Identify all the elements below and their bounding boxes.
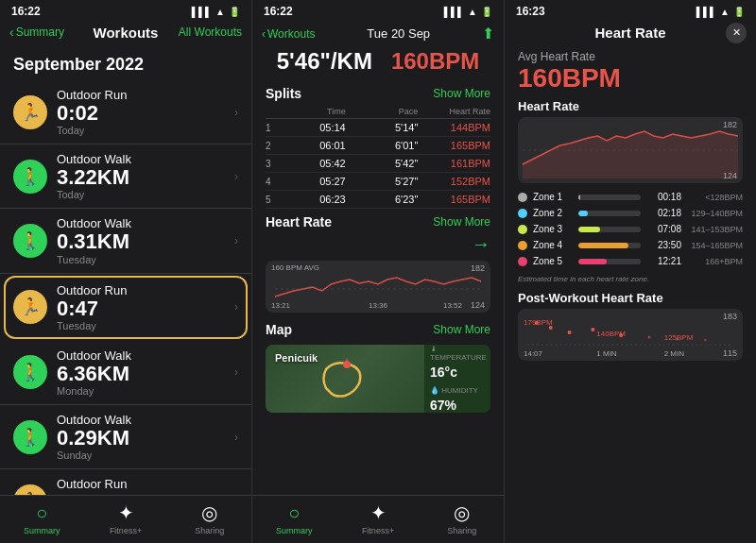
chart-bot-label: 124	[723, 171, 737, 180]
split-row: 2 06:01 6'01" 165BPM	[266, 137, 490, 155]
chart-bot-label: 124	[471, 300, 485, 310]
hr-title: Heart Rate	[266, 214, 332, 229]
split-row: 1 05:14 5'14" 144BPM	[266, 119, 490, 137]
col-pace: Pace	[353, 107, 426, 116]
post-chart-svg	[518, 309, 743, 361]
workout-meta: Today	[57, 189, 234, 200]
workout-value: 3.22KM	[57, 166, 234, 189]
tab-summary[interactable]: ○ Summary	[252, 502, 336, 535]
split-hr: 144BPM	[425, 122, 490, 133]
section-header: September 2022	[0, 45, 251, 80]
svg-point-6	[568, 331, 572, 334]
zone-bar	[578, 227, 600, 232]
back-label: Summary	[16, 25, 64, 39]
workout-value: 6.36KM	[57, 363, 234, 385]
detail-nav: ‹ Workouts Tue 20 Sep ⬆	[252, 21, 504, 46]
split-row: 5 06:23 6'23" 165BPM	[266, 191, 490, 209]
workout-item[interactable]: 🏃 Outdoor Run 0:45 Sunday ›	[0, 469, 251, 495]
split-pace: 5'27"	[353, 176, 426, 187]
share-icon[interactable]: ⬆	[482, 25, 494, 42]
zone-dot	[518, 241, 527, 250]
zone-bar-container	[578, 195, 641, 200]
back-to-summary[interactable]: ‹ Summary	[9, 25, 64, 40]
hr-chart: 182 124 160 BPM AVG 13:21 13:36 13:52	[266, 261, 490, 313]
zone-dot	[518, 257, 527, 266]
split-num: 3	[266, 159, 281, 169]
splits-section-header: Splits Show More	[252, 80, 504, 105]
modal-nav: Heart Rate ✕	[505, 21, 756, 44]
svg-point-7	[591, 328, 594, 331]
split-hr: 165BPM	[425, 194, 490, 205]
post-hr-1: 179BPM	[524, 318, 553, 327]
workout-info: Outdoor Run 0:02 Today	[57, 88, 234, 136]
map-place-label: Penicuik	[275, 352, 318, 364]
splits-table: Time Pace Heart Rate 1 05:14 5'14" 144BP…	[252, 105, 504, 209]
workout-item[interactable]: 🏃 Outdoor Run 0:02 Today ›	[0, 80, 251, 144]
workout-name: Outdoor Walk	[57, 348, 234, 363]
highlighted-workout-item[interactable]: 🏃 Outdoor Run 0:47 Tuesday ›	[4, 276, 248, 339]
splits-header: Time Pace Heart Rate	[266, 105, 490, 119]
zone-item: Zone 1 00:18 <128BPM	[518, 189, 743, 205]
map-section-header: Map Show More	[252, 316, 504, 341]
map-show-more[interactable]: Show More	[433, 323, 490, 336]
workout-item[interactable]: 🚶 Outdoor Walk 0.31KM Tuesday ›	[0, 209, 251, 273]
split-time: 06:01	[281, 140, 353, 151]
heart-rate-detail-panel: 16:23 ▌▌▌ ▲ 🔋 Heart Rate ✕ Avg Heart Rat…	[504, 0, 756, 543]
workout-name: Outdoor Run	[57, 477, 234, 491]
zone-bar	[578, 259, 607, 264]
chevron-icon: ›	[234, 106, 238, 119]
metrics-row: 5'46"/KM 160BPM	[252, 46, 504, 80]
all-workouts-link[interactable]: All Workouts	[179, 25, 242, 39]
svg-point-9	[647, 336, 650, 339]
fitness-tab-icon: ✦	[370, 501, 387, 524]
split-row: 4 05:27 5'27" 152BPM	[266, 173, 490, 191]
signal-icon: ▌▌▌	[444, 7, 464, 17]
wifi-icon: ▲	[720, 7, 730, 17]
split-time: 05:42	[281, 158, 353, 169]
zone-bar	[578, 211, 588, 216]
post-chart-bot: 115	[723, 348, 737, 358]
workout-value: 0:02	[57, 102, 234, 125]
tab-sharing[interactable]: ◎ Sharing	[420, 501, 504, 535]
chevron-icon: ›	[234, 365, 238, 379]
status-bar-1: 16:22 ▌▌▌ ▲ 🔋	[0, 0, 251, 21]
zone-time: 02:18	[648, 208, 681, 218]
zone-item: Zone 4 23:50 154–165BPM	[518, 237, 743, 253]
back-to-workouts[interactable]: ‹ Workouts	[262, 27, 315, 41]
workout-item[interactable]: 🚶 Outdoor Walk 6.36KM Monday ›	[0, 341, 251, 405]
zone-range: <128BPM	[681, 193, 743, 202]
close-button[interactable]: ✕	[726, 23, 747, 43]
split-pace: 5'14"	[353, 122, 426, 133]
large-hr-chart: 182 124	[518, 117, 743, 183]
split-num: 2	[266, 141, 281, 151]
hr-metric: 160BPM	[391, 48, 479, 75]
workout-item[interactable]: 🚶 Outdoor Walk 3.22KM Today ›	[0, 144, 251, 209]
tab-summary[interactable]: ○ Summary	[0, 502, 84, 535]
tab-fitness[interactable]: ✦ Fitness+	[336, 501, 421, 535]
post-time-1: 14:07	[524, 349, 542, 358]
svg-point-11	[704, 339, 707, 342]
tab-fitness[interactable]: ✦ Fitness+	[84, 501, 168, 535]
fitness-tab-icon: ✦	[118, 501, 134, 524]
zone-bar-container	[578, 243, 641, 248]
chart-avg-label: 160 BPM AVG	[271, 263, 319, 272]
humidity-value: 67%	[430, 398, 485, 413]
split-time: 05:27	[281, 176, 353, 187]
chart-top-label: 182	[723, 120, 737, 129]
splits-show-more[interactable]: Show More	[433, 87, 490, 100]
post-workout-chart: 183 115 14:07 1 MIN 2 MIN 179BPM 140BPM …	[518, 309, 743, 361]
zone-dot	[518, 225, 527, 234]
back-arrow-icon: ‹	[262, 27, 266, 41]
zone-range: 129–140BPM	[681, 209, 743, 218]
chart-time-3: 13:52	[443, 301, 462, 310]
tab-bar-1: ○ Summary ✦ Fitness+ ◎ Sharing	[0, 495, 251, 543]
tab-bar-2: ○ Summary ✦ Fitness+ ◎ Sharing	[252, 495, 504, 543]
post-chart-top: 183	[723, 312, 737, 321]
workout-name: Outdoor Walk	[57, 152, 234, 166]
hr-show-more[interactable]: Show More	[433, 215, 490, 229]
workout-item[interactable]: 🚶 Outdoor Walk 0.29KM Sunday ›	[0, 405, 251, 469]
tab-sharing[interactable]: ◎ Sharing	[167, 501, 251, 535]
splits-title: Splits	[266, 86, 301, 101]
workout-meta: Monday	[57, 385, 234, 397]
map-weather: 🌡 TEMPERATURE 16°c 💧 HUMIDITY 67%	[424, 345, 490, 413]
